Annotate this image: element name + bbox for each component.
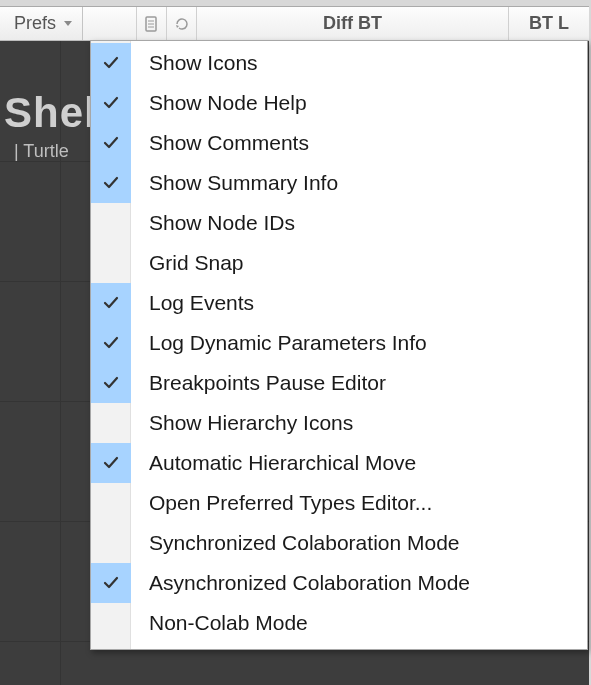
prefs-dropdown-menu: Show IconsShow Node HelpShow CommentsSho…	[90, 40, 588, 650]
canvas-title: Shel	[4, 89, 97, 137]
menu-item[interactable]: Log Dynamic Parameters Info	[91, 323, 587, 363]
check-icon	[91, 443, 131, 483]
menu-item-label: Log Events	[131, 291, 254, 315]
menu-item-label: Grid Snap	[131, 251, 244, 275]
menu-item-label: Show Node Help	[131, 91, 307, 115]
canvas-subtitle: | Turtle	[14, 141, 69, 162]
menu-item[interactable]: Show Summary Info	[91, 163, 587, 203]
menu-item[interactable]: Log Events	[91, 283, 587, 323]
menu-item-label: Show Icons	[131, 51, 258, 75]
check-icon	[91, 523, 131, 563]
menu-item-label: Breakpoints Pause Editor	[131, 371, 386, 395]
menu-item-label: Automatic Hierarchical Move	[131, 451, 416, 475]
toolbar-mid-label[interactable]: Diff BT	[197, 7, 509, 40]
check-icon	[91, 163, 131, 203]
menu-item-label: Non-Colab Mode	[131, 611, 308, 635]
menu-item-label: Open Preferred Types Editor...	[131, 491, 432, 515]
check-icon	[91, 203, 131, 243]
toolbar: Prefs Diff BT BT L	[0, 7, 589, 41]
check-icon	[91, 243, 131, 283]
menu-item-label: Log Dynamic Parameters Info	[131, 331, 427, 355]
check-icon	[91, 43, 131, 83]
check-icon	[91, 403, 131, 443]
chevron-down-icon	[64, 21, 72, 26]
document-icon[interactable]	[137, 7, 167, 40]
menu-item-label: Asynchronized Colaboration Mode	[131, 571, 470, 595]
prefs-label: Prefs	[14, 13, 56, 34]
menu-item[interactable]: Synchronized Colaboration Mode	[91, 523, 587, 563]
toolbar-right-label[interactable]: BT L	[509, 7, 589, 40]
menu-item[interactable]: Show Icons	[91, 43, 587, 83]
check-icon	[91, 323, 131, 363]
check-icon	[91, 83, 131, 123]
menu-item-label: Synchronized Colaboration Mode	[131, 531, 460, 555]
menu-item[interactable]: Show Hierarchy Icons	[91, 403, 587, 443]
check-icon	[91, 363, 131, 403]
refresh-icon[interactable]	[167, 7, 197, 40]
menu-item[interactable]: Show Node Help	[91, 83, 587, 123]
menu-item[interactable]: Asynchronized Colaboration Mode	[91, 563, 587, 603]
menu-item[interactable]: Show Node IDs	[91, 203, 587, 243]
menu-item[interactable]: Breakpoints Pause Editor	[91, 363, 587, 403]
menu-item-label: Show Node IDs	[131, 211, 295, 235]
menu-item[interactable]: Non-Colab Mode	[91, 603, 587, 643]
menu-item-label: Show Comments	[131, 131, 309, 155]
menu-item[interactable]: Show Comments	[91, 123, 587, 163]
toolbar-spacer	[83, 7, 137, 40]
menu-item[interactable]: Open Preferred Types Editor...	[91, 483, 587, 523]
menu-item-label: Show Summary Info	[131, 171, 338, 195]
check-icon	[91, 283, 131, 323]
menu-item[interactable]: Automatic Hierarchical Move	[91, 443, 587, 483]
menu-item[interactable]: Grid Snap	[91, 243, 587, 283]
prefs-dropdown-button[interactable]: Prefs	[0, 7, 83, 40]
menu-item-label: Show Hierarchy Icons	[131, 411, 353, 435]
check-icon	[91, 483, 131, 523]
grid-line	[60, 41, 61, 685]
check-icon	[91, 563, 131, 603]
check-icon	[91, 123, 131, 163]
check-icon	[91, 603, 131, 643]
